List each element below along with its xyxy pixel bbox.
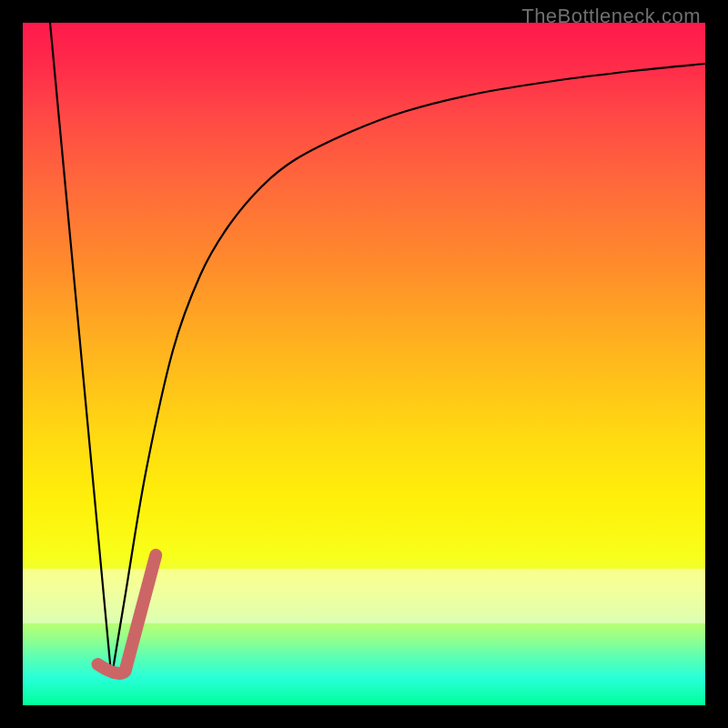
watermark-text: TheBottleneck.com	[521, 5, 701, 28]
chart-frame: TheBottleneck.com	[0, 0, 728, 728]
chart-plot-area	[23, 23, 705, 705]
marker-segment	[98, 555, 157, 673]
chart-svg	[23, 23, 705, 705]
